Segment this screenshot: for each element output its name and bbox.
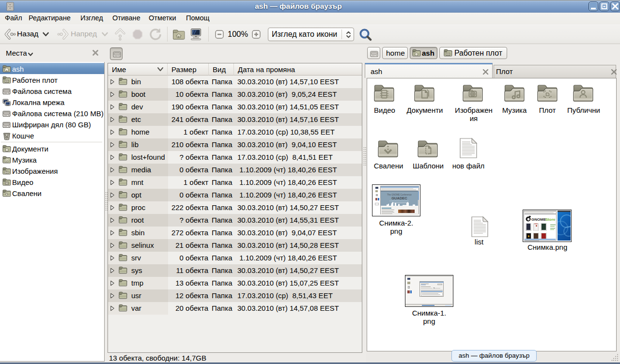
svg-text:Store: Store (545, 217, 556, 222)
svg-text:GNOME: GNOME (531, 217, 546, 222)
